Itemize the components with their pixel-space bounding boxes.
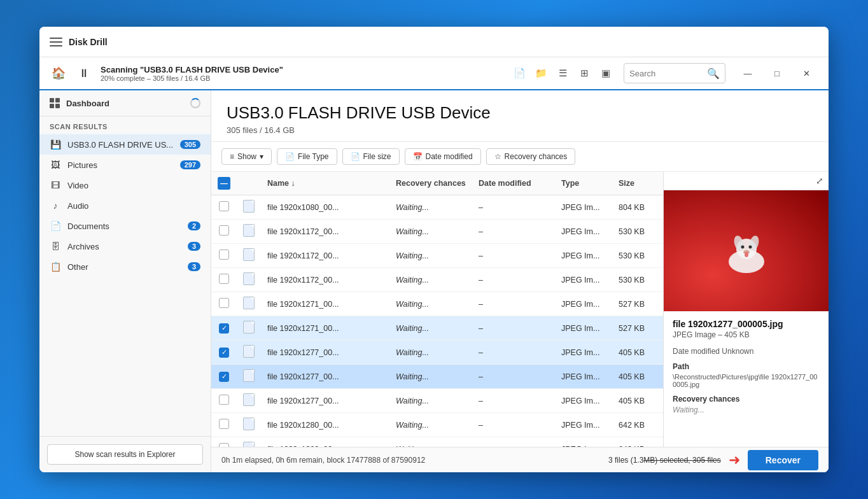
sidebar-item-other[interactable]: 📋 Other 3 <box>39 257 211 277</box>
row-checkbox[interactable] <box>219 348 229 358</box>
table-row[interactable]: file 1920x1277_00...Waiting...–JPEG Im..… <box>211 365 663 389</box>
col-header-name[interactable]: Name ↓ <box>261 172 389 195</box>
file-type: JPEG Im... <box>555 413 612 437</box>
sidebar-item-usb[interactable]: 💾 USB3.0 FLASH DRIVE US... 305 <box>39 134 211 155</box>
file-date: – <box>472 195 555 220</box>
file-name: file 1920x1277_00... <box>261 389 389 413</box>
sidebar-item-other-count: 3 <box>188 262 200 271</box>
sidebar-item-documents[interactable]: 📄 Documents 2 <box>39 216 211 236</box>
file-recovery: Waiting... <box>389 316 472 341</box>
table-row[interactable]: file 1920x1277_00...Waiting...–JPEG Im..… <box>211 341 663 365</box>
row-checkbox[interactable] <box>219 274 229 284</box>
file-size-btn[interactable]: 📄 File size <box>342 148 400 165</box>
table-row[interactable]: file 1920x1172_00...Waiting...–JPEG Im..… <box>211 268 663 292</box>
row-checkbox[interactable] <box>219 225 229 235</box>
file-recovery: Waiting... <box>389 437 472 447</box>
file-type-btn[interactable]: 📄 File Type <box>277 148 337 165</box>
file-name: file 1920x1271_00... <box>261 316 389 341</box>
col-header-recovery[interactable]: Recovery chances <box>389 172 472 195</box>
preview-info: file 1920x1277_000005.jpg JPEG Image – 4… <box>664 311 829 422</box>
recovery-chances-label: Recovery chances <box>505 152 568 161</box>
table-row[interactable]: file 1920x1277_00...Waiting...–JPEG Im..… <box>211 389 663 413</box>
row-checkbox[interactable] <box>219 395 229 405</box>
file-name: file 1920x1172_00... <box>261 244 389 268</box>
sidebar-item-video[interactable]: 🎞 Video <box>39 175 211 195</box>
row-checkbox[interactable] <box>219 323 229 334</box>
sidebar-item-pictures-label: Pictures <box>67 160 174 170</box>
preview-expand-btn[interactable]: ⤢ <box>816 176 823 186</box>
pause-btn[interactable]: ⏸ <box>73 62 95 85</box>
close-btn[interactable]: ✕ <box>792 58 821 88</box>
row-checkbox[interactable] <box>219 250 229 260</box>
view-folder-btn[interactable]: 📁 <box>531 63 551 83</box>
file-date: – <box>472 244 555 268</box>
col-header-type[interactable]: Type <box>555 172 612 195</box>
titlebar: Disk Drill <box>39 27 829 57</box>
table-row[interactable]: file 1920x1280_00...Waiting...–JPEG Im..… <box>211 413 663 437</box>
table-header-row: Name ↓ Recovery chances Date modified Ty… <box>211 172 663 195</box>
view-preview-btn[interactable]: ▣ <box>596 63 616 83</box>
row-checkbox[interactable] <box>219 419 229 429</box>
sidebar-item-pictures[interactable]: 🖼 Pictures 297 <box>39 155 211 175</box>
file-type: JPEG Im... <box>555 389 612 413</box>
search-box: 🔍 <box>624 63 725 83</box>
file-name: file 1920x1271_00... <box>261 292 389 316</box>
loading-spinner <box>190 98 200 108</box>
status-selected: 3 files (1.3MB) selected, 305 files <box>608 456 721 465</box>
recovery-chances-btn[interactable]: ☆ Recovery chances <box>486 148 576 165</box>
menu-icon[interactable] <box>50 36 62 48</box>
view-list-btn[interactable]: ☰ <box>552 63 573 83</box>
table-row[interactable]: file 1920x1271_00...Waiting...–JPEG Im..… <box>211 292 663 316</box>
table-row[interactable]: file 1920x1080_00...Waiting...–JPEG Im..… <box>211 195 663 220</box>
file-type-icon <box>243 248 255 261</box>
row-checkbox[interactable] <box>219 201 229 211</box>
sidebar: Dashboard Scan results 💾 USB3.0 FLASH DR… <box>39 90 211 472</box>
row-checkbox[interactable] <box>219 372 229 382</box>
recover-btn[interactable]: Recover <box>748 450 818 470</box>
file-size: 405 KB <box>612 389 663 413</box>
view-file-btn[interactable]: 📄 <box>509 63 529 83</box>
dashboard-icon <box>50 98 60 108</box>
row-checkbox[interactable] <box>219 298 229 308</box>
file-size: 530 KB <box>612 244 663 268</box>
file-type-icon <box>243 393 255 406</box>
table-row[interactable]: file 1920x1271_00...Waiting...–JPEG Im..… <box>211 316 663 341</box>
show-btn[interactable]: ≡ Show ▾ <box>221 148 272 165</box>
sidebar-item-audio[interactable]: ♪ Audio <box>39 195 211 216</box>
file-type: JPEG Im... <box>555 365 612 389</box>
select-all-checkbox[interactable] <box>218 177 230 190</box>
video-icon: 🎞 <box>50 180 61 190</box>
page-subtitle: 305 files / 16.4 GB <box>227 125 813 135</box>
file-type-icon <box>243 272 255 285</box>
home-btn[interactable]: 🏠 <box>47 62 70 85</box>
file-recovery: Waiting... <box>389 413 472 437</box>
file-date: – <box>472 341 555 365</box>
date-icon: 📅 <box>413 152 423 161</box>
file-table-container: Name ↓ Recovery chances Date modified Ty… <box>211 172 663 447</box>
col-header-check <box>211 172 237 195</box>
file-size: 405 KB <box>612 341 663 365</box>
table-row[interactable]: file 1920x1172_00...Waiting...–JPEG Im..… <box>211 220 663 244</box>
file-size: 642 KB <box>612 413 663 437</box>
dashboard-item[interactable]: Dashboard <box>39 90 211 116</box>
sidebar-item-archives[interactable]: 🗄 Archives 3 <box>39 236 211 257</box>
file-type: JPEG Im... <box>555 341 612 365</box>
table-row[interactable]: file 1920x1172_00...Waiting...–JPEG Im..… <box>211 244 663 268</box>
col-header-date[interactable]: Date modified <box>472 172 555 195</box>
table-row[interactable]: file 1920x1280_00...Waiting...–JPEG Im..… <box>211 437 663 447</box>
file-size-label: File size <box>363 152 391 161</box>
search-input[interactable] <box>629 69 703 78</box>
scanning-info: Scanning "USB3.0 FLASH DRIVE USB Device"… <box>101 65 283 82</box>
show-in-explorer-btn[interactable]: Show scan results in Explorer <box>47 444 203 465</box>
file-name: file 1920x1280_00... <box>261 413 389 437</box>
view-grid-btn[interactable]: ⊞ <box>574 63 594 83</box>
maximize-btn[interactable]: □ <box>762 58 792 88</box>
col-header-size[interactable]: Size <box>612 172 663 195</box>
date-modified-btn[interactable]: 📅 Date modified <box>405 148 481 165</box>
file-size: 530 KB <box>612 220 663 244</box>
file-type: JPEG Im... <box>555 268 612 292</box>
status-text: 0h 1m elapsed, 0h 6m remain, block 17477… <box>221 456 601 465</box>
file-type-icon <box>243 297 255 309</box>
usb-icon: 💾 <box>50 139 61 150</box>
minimize-btn[interactable]: — <box>733 58 762 88</box>
